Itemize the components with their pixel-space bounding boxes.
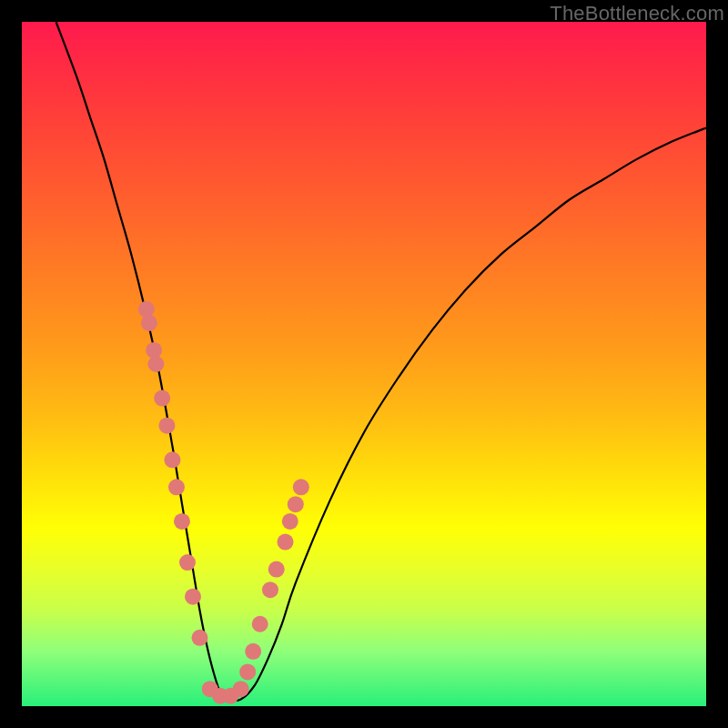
data-point-dot xyxy=(262,581,278,598)
data-point-dot xyxy=(138,301,155,318)
data-point-dot xyxy=(146,342,162,359)
data-point-dot xyxy=(293,479,309,495)
data-point-dot xyxy=(179,554,196,571)
data-point-dot xyxy=(288,496,304,512)
chart-plot-area xyxy=(22,22,706,706)
data-point-dot xyxy=(174,513,190,530)
data-point-dot xyxy=(141,315,157,331)
chart-svg xyxy=(22,22,706,706)
data-point-dot xyxy=(245,643,261,660)
data-point-dot xyxy=(278,534,294,551)
data-point-dot xyxy=(168,479,185,495)
data-point-dot xyxy=(233,681,249,697)
data-point-dot xyxy=(158,418,175,434)
data-point-dots xyxy=(138,301,309,704)
data-point-dot xyxy=(185,589,201,605)
data-point-dot xyxy=(164,451,180,468)
data-point-dot xyxy=(282,513,298,530)
data-point-dot xyxy=(147,356,164,372)
chart-frame: TheBottleneck.com xyxy=(0,0,728,728)
data-point-dot xyxy=(239,663,256,680)
data-point-dot xyxy=(268,561,285,578)
data-point-dot xyxy=(192,630,208,646)
data-point-dot xyxy=(252,616,268,632)
watermark-label: TheBottleneck.com xyxy=(550,2,724,25)
data-point-dot xyxy=(154,390,170,407)
